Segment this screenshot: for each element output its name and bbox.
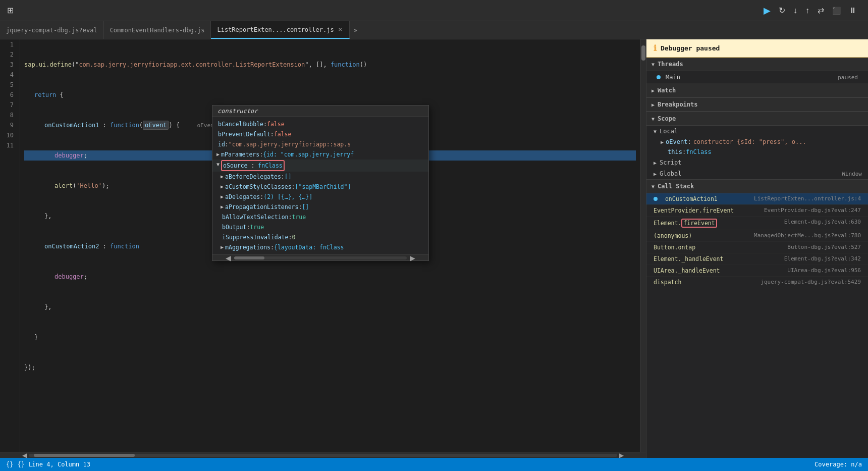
tooltip-row-abefore: ▶ aBeforeDelegates : [] — [212, 172, 428, 182]
tooltip-scroll-left[interactable]: ◀ — [223, 253, 234, 263]
osource-highlight: oSource : fnClass — [221, 160, 285, 171]
callstack-loc-0: ListReportExten...ontroller.js:4 — [754, 195, 861, 202]
tooltip-hscrollbar[interactable]: ◀ ▶ — [212, 254, 428, 260]
callstack-fn-0: onCustomAction1 — [665, 195, 718, 202]
status-bar: {} {} Line 4, Column 13 Coverage: n/a — [0, 458, 868, 471]
tooltip-row-apropagation: ▶ aPropagationListeners : [] — [212, 202, 428, 212]
script-arrow: ▶ — [654, 160, 657, 166]
toolbar: ⊞ ▶ ↻ ↓ ↑ ⇄ ⬛ ⏸ — [0, 0, 868, 21]
step-out-button[interactable]: ↑ — [802, 4, 812, 17]
tab-label: ListReportExten....controller.js — [217, 26, 334, 33]
code-hscrollbar[interactable]: ◀ ▶ — [0, 452, 646, 458]
callstack-item-6[interactable]: UIArea._handleEvent UIArea-dbg.js?eval:9… — [646, 265, 868, 277]
code-area: 12345 67891011 sap.ui.define("com.sap.je… — [0, 39, 646, 458]
tab-close-button[interactable]: ✕ — [337, 27, 343, 32]
thread-main: Main paused — [646, 71, 868, 84]
local-header[interactable]: ▼ Local — [646, 126, 868, 137]
callstack-item-7[interactable]: dispatch jquery-compat-dbg.js?eval:5429 — [646, 277, 868, 288]
code-line-2: return { — [24, 90, 636, 100]
code-vscrollbar[interactable] — [640, 39, 646, 452]
debugger-banner: ℹ Debugger paused — [646, 39, 868, 58]
global-header[interactable]: ▶ Global Window — [646, 168, 868, 179]
breakpoints-header[interactable]: ▶ Breakpoints — [646, 98, 868, 112]
callstack-loc-7: jquery-compat-dbg.js?eval:5429 — [761, 279, 861, 285]
hscroll-thumb[interactable] — [34, 454, 135, 457]
callstack-item-1[interactable]: EventProvider.fireEvent EventProvider-db… — [646, 205, 868, 217]
right-panel-scrollable[interactable]: ▼ Threads Main paused ▶ Watch ▶ Breakpoi… — [646, 58, 868, 458]
tabs-bar: jquery-compat-dbg.js?eval CommonEventHan… — [0, 21, 868, 39]
tab-jquery[interactable]: jquery-compat-dbg.js?eval — [0, 21, 104, 39]
callstack-item-5[interactable]: Element._handleEvent Element-dbg.js?eval… — [646, 253, 868, 265]
script-header[interactable]: ▶ Script — [646, 157, 868, 168]
callstack-fn-highlighted-2: fireEvent — [681, 219, 717, 228]
local-label: Local — [660, 128, 678, 135]
callstack-dot — [654, 197, 658, 201]
callstack-fn-5: Element._handleEvent — [654, 255, 723, 263]
callstack-fn-prefix-2: Element. — [654, 220, 681, 227]
code-line-10: } — [24, 332, 636, 342]
callstack-fn-3: (anonymous) — [654, 232, 692, 239]
tab-label: CommonEventHandlers-dbg.js — [110, 27, 205, 34]
callstack-loc-5: Element-dbg.js?eval:342 — [784, 255, 861, 262]
code-line-8: debugger; — [24, 272, 636, 282]
thread-status: paused — [838, 74, 858, 81]
scope-header[interactable]: ▼ Scope — [646, 112, 868, 126]
deactivate-button[interactable]: ⬛ — [829, 5, 844, 17]
breakpoints-arrow: ▶ — [652, 102, 655, 108]
hscroll-right-button[interactable]: ▶ — [617, 452, 626, 458]
scope-item-this[interactable]: this : fnClass — [646, 147, 868, 157]
tab-listreport[interactable]: ListReportExten....controller.js ✕ — [211, 21, 349, 39]
callstack-item-4[interactable]: Button.ontap Button-dbg.js?eval:527 — [646, 242, 868, 253]
tabs-overflow[interactable]: » — [350, 27, 361, 34]
callstack-fn-6: UIArea._handleEvent — [654, 267, 720, 274]
callstack-loc-2: Element-dbg.js?eval:630 — [784, 219, 861, 225]
resume-button[interactable]: ▶ — [761, 3, 774, 18]
tooltip-row-maggregations: ▶ mAggregations : {layoutData: fnClass — [212, 242, 428, 252]
tooltip-panel: constructor bCancelBubble : false bPreve… — [212, 105, 429, 261]
tooltip-row-osource: ▼ oSource : fnClass — [212, 160, 428, 172]
watch-header[interactable]: ▶ Watch — [646, 84, 868, 97]
tooltip-header: constructor — [212, 106, 428, 117]
tooltip-scroll-right[interactable]: ▶ — [407, 253, 418, 263]
callstack-item-3[interactable]: (anonymous) ManagedObjectMe...bg.js?eval… — [646, 230, 868, 242]
status-left: {} {} Line 4, Column 13 — [6, 461, 90, 468]
callstack-section: ▼ Call Stack onCustomAction1 ListReportE… — [646, 180, 868, 288]
status-right: Coverage: n/a — [815, 461, 862, 468]
callstack-item-2[interactable]: Element.fireEvent Element-dbg.js?eval:63… — [646, 217, 868, 230]
tooltip-body[interactable]: bCancelBubble : false bPreventDefault : … — [212, 117, 428, 254]
pause-button[interactable]: ⏸ — [846, 4, 860, 17]
watch-label: Watch — [658, 87, 676, 94]
tab-label: jquery-compat-dbg.js?eval — [6, 27, 97, 34]
debugger-status: Debugger paused — [661, 44, 720, 52]
hscroll-left-button[interactable]: ◀ — [20, 452, 29, 458]
breakpoints-section: ▶ Breakpoints — [646, 98, 868, 112]
step-back-button[interactable]: ⇄ — [815, 4, 827, 17]
callstack-header[interactable]: ▼ Call Stack — [646, 180, 868, 193]
global-value: Window — [842, 171, 862, 177]
callstack-loc-6: UIArea-dbg.js?eval:956 — [787, 267, 861, 274]
global-arrow: ▶ — [654, 171, 657, 177]
script-label: Script — [660, 159, 681, 166]
callstack-loc-1: EventProvider-dbg.js?eval:247 — [764, 207, 861, 214]
threads-arrow: ▼ — [652, 62, 655, 67]
collapse-panel-button[interactable]: ⊞ — [4, 4, 17, 17]
tooltip-row-isuppress: iSuppressInvalidate : 0 — [212, 232, 428, 242]
step-into-button[interactable]: ↓ — [790, 4, 800, 17]
tab-common[interactable]: CommonEventHandlers-dbg.js — [104, 21, 211, 39]
callstack-item-0[interactable]: onCustomAction1 ListReportExten...ontrol… — [646, 193, 868, 205]
tooltip-row-acustom: ▶ aCustomStyleClasses : ["sapMBarChild"] — [212, 182, 428, 192]
main-layout: 12345 67891011 sap.ui.define("com.sap.je… — [0, 39, 868, 458]
scope-label: Scope — [658, 115, 676, 122]
callstack-fn-7: dispatch — [654, 279, 681, 286]
threads-header[interactable]: ▼ Threads — [646, 58, 868, 71]
thread-name: Main — [666, 74, 838, 81]
global-label: Global — [660, 170, 681, 177]
thread-dot — [657, 75, 661, 79]
callstack-loc-4: Button-dbg.js?eval:527 — [787, 244, 861, 250]
step-over-button[interactable]: ↻ — [776, 4, 788, 17]
coverage-label: Coverage: n/a — [815, 461, 862, 468]
scope-item-oevent[interactable]: ▶ oEvent : constructor {sId: "press", o.… — [646, 137, 868, 147]
scope-arrow: ▼ — [652, 116, 655, 122]
scrollbar-thumb[interactable] — [234, 256, 264, 259]
tooltip-row-bcancelbubble: bCancelBubble : false — [212, 119, 428, 129]
